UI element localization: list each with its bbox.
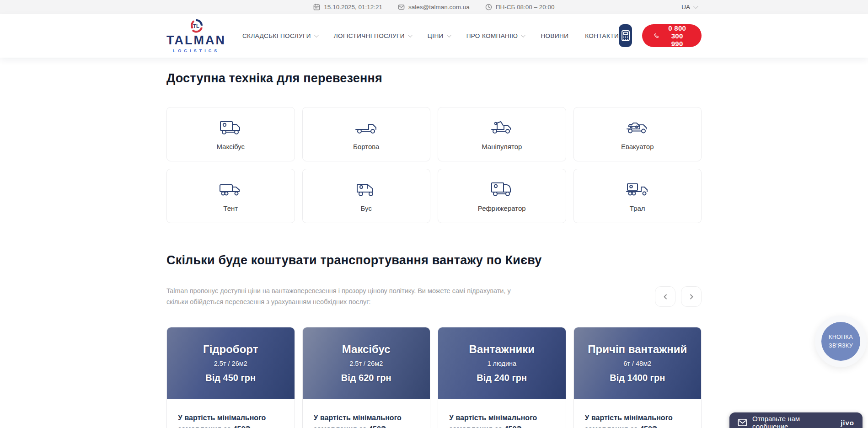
pricing-cards: Гідроборт 2.5т / 26м2 Від 450 грн У варт…: [166, 327, 702, 428]
vehicle-label: Маніпулятор: [482, 143, 522, 150]
vehicle-label: Евакуатор: [621, 143, 654, 150]
vehicle-card-bus[interactable]: Бус: [302, 169, 431, 223]
clock-icon: [485, 4, 492, 11]
nav-item-prices[interactable]: ЦІНИ: [428, 32, 450, 39]
vehicle-label: Рефрижератор: [478, 204, 526, 212]
price-card-image: Максібус 2.5т / 26м2 Від 620 грн: [303, 327, 430, 399]
price-card-cargo-trailer[interactable]: Причіп вантажний 6т / 48м2 Від 1400 грн …: [573, 327, 702, 428]
chat-widget-bar[interactable]: Отправьте нам сообщение jivo: [729, 412, 863, 428]
chevron-down-icon: [521, 33, 525, 37]
working-hours-text: ПН-СБ 08:00 – 20:00: [496, 4, 555, 11]
vehicle-card-lowboy[interactable]: Трал: [573, 169, 702, 223]
vehicle-label: Бортова: [353, 143, 379, 150]
vehicles-grid: Максібус Бортова Маніпулятор Евакуатор Т…: [166, 107, 702, 223]
chevron-left-icon: [662, 294, 669, 300]
vehicle-card-tow[interactable]: Евакуатор: [573, 107, 702, 161]
nav-item-logistics-services[interactable]: ЛОГІСТИЧНІ ПОСЛУГИ: [334, 32, 411, 39]
van-icon: [354, 180, 379, 198]
mail-icon: [398, 4, 405, 11]
vehicle-card-maxibus[interactable]: Максібус: [166, 107, 295, 161]
price-card-title: Гідроборт: [203, 343, 258, 356]
price-card-note: У вартість мінімального замовлення за 45…: [314, 412, 419, 428]
logo-subtitle: LOGISTICS: [173, 48, 220, 53]
price-card-title: Вантажники: [469, 343, 535, 356]
logo[interactable]: TL TALMAN LOGISTICS: [166, 19, 226, 53]
vehicle-card-refrigerator[interactable]: Рефрижератор: [438, 169, 566, 223]
price-card-note: У вартість мінімального замовлення за 45…: [178, 412, 284, 428]
tow-truck-icon: [625, 118, 650, 137]
callback-line2: ЗВ'ЯЗКУ: [829, 342, 853, 350]
nav-label: ЛОГІСТИЧНІ ПОСЛУГИ: [334, 32, 405, 39]
datetime-item: 15.10.2025, 01:12:21: [313, 4, 382, 11]
lowboy-truck-icon: [625, 180, 650, 198]
carousel-prev-button[interactable]: [655, 286, 675, 307]
logo-title: TALMAN: [166, 34, 226, 47]
ukraine-flag-icon: [669, 4, 678, 10]
nav-label: НОВИНИ: [541, 32, 568, 39]
email-item[interactable]: sales@talman.com.ua: [398, 4, 470, 11]
pricing-section-title: Скільки буде коштувати транспортування в…: [166, 253, 702, 268]
price-card-loaders[interactable]: Вантажники 1 людина Від 240 грн У вартіс…: [438, 327, 566, 428]
price-card-hydroboard[interactable]: Гідроборт 2.5т / 26м2 Від 450 грн У варт…: [166, 327, 295, 428]
price-card-image: Вантажники 1 людина Від 240 грн: [438, 327, 566, 399]
phone-button[interactable]: 0 800 300 990: [642, 24, 702, 47]
email-text: sales@talman.com.ua: [408, 4, 470, 11]
page: 15.10.2025, 01:12:21 sales@talman.com.ua…: [0, 0, 868, 428]
datetime-text: 15.10.2025, 01:12:21: [324, 4, 382, 11]
chat-envelope-icon: [738, 418, 747, 427]
nav-item-news[interactable]: НОВИНИ: [541, 32, 568, 39]
price-card-spec: 2.5т / 26м2: [214, 360, 247, 367]
nav-label: СКЛАДСЬКІ ПОСЛУГИ: [242, 32, 311, 39]
calculator-button[interactable]: [619, 24, 632, 47]
tent-truck-icon: [218, 180, 243, 198]
vehicle-label: Бус: [361, 204, 372, 212]
crane-truck-icon: [489, 118, 514, 137]
pricing-carousel-controls: [655, 286, 702, 307]
phone-icon: [654, 31, 659, 40]
price-card-maxibus[interactable]: Максібус 2.5т / 26м2 Від 620 грн У варті…: [302, 327, 431, 428]
main-header: TL TALMAN LOGISTICS СКЛАДСЬКІ ПОСЛУГИ ЛО…: [0, 14, 868, 58]
nav-label: ЦІНИ: [428, 32, 444, 39]
calendar-icon: [313, 4, 320, 11]
jivo-logo: jivo: [841, 419, 854, 427]
nav-item-contacts[interactable]: КОНТАКТИ: [585, 32, 619, 39]
nav-item-about-company[interactable]: ПРО КОМПАНІЮ: [466, 32, 525, 39]
price-card-note: У вартість мінімального замовлення за 45…: [585, 412, 691, 428]
nav-item-warehouse-services[interactable]: СКЛАДСЬКІ ПОСЛУГИ: [242, 32, 317, 39]
chevron-down-icon: [693, 4, 698, 9]
vehicle-card-flatbed[interactable]: Бортова: [302, 107, 431, 161]
main-nav: СКЛАДСЬКІ ПОСЛУГИ ЛОГІСТИЧНІ ПОСЛУГИ ЦІН…: [242, 32, 619, 39]
chevron-right-icon: [688, 294, 695, 300]
price-card-price: Від 450 грн: [205, 373, 256, 383]
vehicle-card-crane[interactable]: Маніпулятор: [438, 107, 566, 161]
vehicle-card-tent[interactable]: Тент: [166, 169, 295, 223]
chevron-down-icon: [314, 33, 319, 37]
price-card-title: Максібус: [342, 343, 391, 356]
nav-label: КОНТАКТИ: [585, 32, 619, 39]
price-card-image: Гідроборт 2.5т / 26м2 Від 450 грн: [167, 327, 295, 399]
flatbed-truck-icon: [354, 118, 379, 137]
price-card-title: Причіп вантажний: [588, 343, 687, 356]
calculator-icon: [620, 30, 631, 42]
pricing-description: Talman пропонує доступні ціни на вантажо…: [166, 286, 521, 308]
callback-widget-button[interactable]: КНОПКА ЗВ'ЯЗКУ: [815, 316, 867, 367]
chevron-down-icon: [447, 33, 451, 37]
top-info-bar: 15.10.2025, 01:12:21 sales@talman.com.ua…: [0, 0, 868, 14]
chevron-down-icon: [408, 33, 413, 37]
chat-message-text: Отправьте нам сообщение: [752, 415, 834, 428]
price-card-note: У вартість мінімального замовлення за 45…: [449, 412, 555, 428]
carousel-next-button[interactable]: [681, 286, 702, 307]
price-card-price: Від 240 грн: [477, 373, 527, 383]
callback-widget-label: КНОПКА ЗВ'ЯЗКУ: [821, 322, 860, 361]
refrigerator-truck-icon: [489, 180, 514, 198]
price-card-spec: 2.5т / 26м2: [349, 360, 383, 367]
vehicle-label: Трал: [630, 204, 645, 212]
logo-mark-icon: TL: [188, 19, 204, 33]
nav-label: ПРО КОМПАНІЮ: [466, 32, 518, 39]
svg-text:TL: TL: [193, 23, 199, 29]
language-selector[interactable]: UA: [669, 0, 697, 14]
language-label: UA: [681, 4, 690, 11]
price-card-spec: 1 людина: [487, 360, 516, 367]
callback-line1: КНОПКА: [829, 333, 853, 341]
price-card-price: Від 620 грн: [341, 373, 391, 383]
